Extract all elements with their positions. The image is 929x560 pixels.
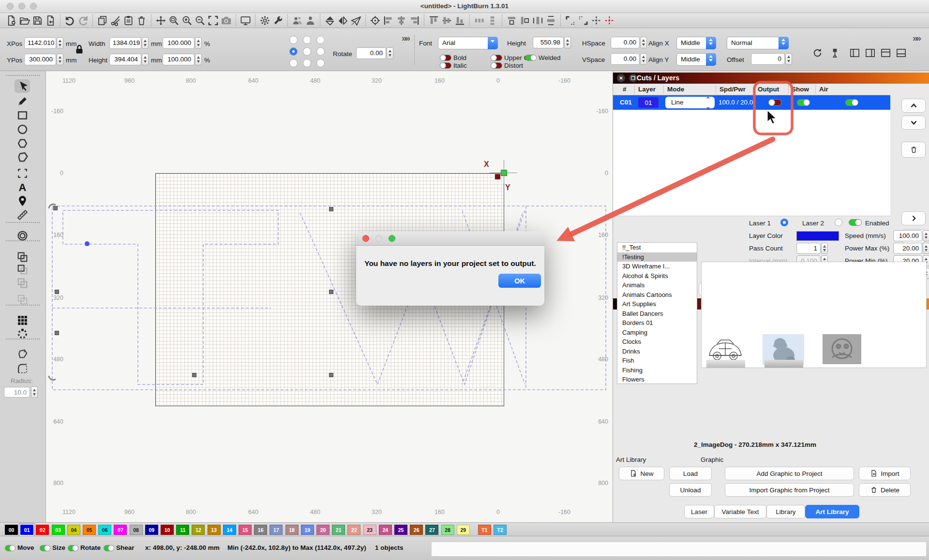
power-max-field[interactable]: 20.00 [893, 243, 922, 254]
align-center-vertical-icon[interactable] [440, 14, 453, 27]
camera-capture-icon[interactable] [220, 14, 233, 27]
column-header[interactable]: Air [819, 86, 828, 93]
layer-color-chip[interactable]: 01 [638, 97, 659, 108]
align-right-icon[interactable] [408, 14, 421, 27]
selection-handle[interactable] [192, 373, 196, 377]
move-layer-up-button[interactable] [901, 99, 926, 113]
width-percent-field[interactable]: 100.000 [163, 37, 195, 49]
column-header[interactable]: Mode [667, 86, 684, 93]
palette-color-T1[interactable]: T1 [478, 525, 491, 535]
anchor-dot-selected[interactable] [289, 47, 298, 56]
pass-count-stepper[interactable] [821, 243, 828, 254]
radius-corners-tool-icon[interactable] [15, 362, 30, 375]
file-open-icon[interactable] [18, 14, 31, 27]
boolean-subtract-tool-icon[interactable] [15, 263, 30, 276]
layer-show-toggle[interactable] [797, 99, 810, 106]
layer-color-swatch[interactable] [796, 231, 839, 241]
hspace-field[interactable]: 0.00 [611, 37, 640, 48]
layer-air-toggle[interactable] [845, 99, 858, 106]
upper-case-toggle[interactable] [491, 55, 502, 61]
category-item[interactable]: Animals Cartoons [617, 290, 697, 300]
dock-vertical-icon[interactable] [518, 14, 531, 27]
delete-layer-button[interactable] [901, 142, 926, 158]
zoom-out-icon[interactable] [194, 14, 207, 27]
category-item[interactable]: Camping [617, 328, 697, 338]
ellipse-tool-icon[interactable] [15, 122, 30, 136]
palette-color-14[interactable]: 14 [223, 525, 236, 535]
anchor-dot[interactable] [303, 47, 311, 56]
undo-icon[interactable] [63, 14, 76, 27]
palette-color-09[interactable]: 09 [145, 525, 158, 535]
dialog-zoom-icon[interactable] [389, 235, 395, 242]
palette-color-03[interactable]: 03 [52, 525, 65, 535]
offset-field[interactable]: 0 [751, 53, 785, 65]
art-library-grid[interactable]: 1_VW_Bug_Image 2_ImageDog 3D Dog bee500x… [701, 262, 927, 368]
preview-icon[interactable] [239, 14, 252, 27]
category-item[interactable]: Flowers [617, 375, 697, 384]
palette-color-04[interactable]: 04 [67, 525, 80, 535]
rotate-handle-icon[interactable] [47, 201, 58, 211]
category-item[interactable]: !Testing [617, 252, 697, 262]
shear-toggle[interactable] [104, 545, 114, 551]
material-test-icon[interactable] [828, 46, 841, 59]
palette-color-T2[interactable]: T2 [494, 525, 507, 535]
rotate-toggle[interactable] [68, 545, 78, 551]
category-item[interactable]: Alcohol & Spirits [617, 271, 697, 281]
palette-color-11[interactable]: 11 [176, 525, 189, 535]
radius-field[interactable]: 10.0 [4, 387, 30, 398]
device-settings-icon[interactable] [271, 14, 285, 27]
rotate-field[interactable]: 0.00 [356, 47, 386, 59]
xpos-field[interactable]: 1142.010 [24, 37, 56, 49]
layer-output-toggle[interactable] [768, 99, 781, 106]
palette-color-26[interactable]: 26 [410, 525, 423, 535]
font-height-stepper[interactable] [564, 37, 571, 48]
art-thumb-label[interactable]: 2_ImageDog [743, 368, 825, 368]
category-item[interactable]: !!_Test [617, 243, 697, 252]
palette-color-02[interactable]: 02 [36, 525, 49, 535]
add-graphic-button[interactable]: Add Graphic to Project [725, 467, 854, 480]
refresh-icon[interactable] [811, 46, 824, 59]
distribute-vertical-icon[interactable] [486, 14, 499, 27]
category-item[interactable]: Art Supplies [617, 299, 697, 309]
selection-handle[interactable] [55, 290, 59, 294]
column-header[interactable]: Layer [638, 86, 656, 93]
import-graphic-from-project-button[interactable]: Import Graphic from Project [725, 483, 854, 497]
art-thumb-label[interactable]: 1_VW_Bug_Image [701, 368, 767, 368]
workspace-canvas[interactable]: X Y 11209608006404803201600-160112096080… [46, 71, 613, 522]
tab-laser[interactable]: Laser [684, 505, 714, 518]
redo-icon[interactable] [76, 14, 90, 27]
cut-icon[interactable] [109, 14, 122, 27]
selection-handle[interactable] [329, 290, 333, 294]
dialog-titlebar[interactable] [356, 231, 544, 246]
user-account-icon[interactable] [304, 14, 317, 27]
selection-handle[interactable] [329, 373, 333, 377]
italic-toggle[interactable] [440, 62, 451, 69]
dialog-close-icon[interactable] [362, 235, 369, 242]
palette-color-21[interactable]: 21 [332, 525, 345, 535]
align-y-combo[interactable]: Middle [676, 53, 716, 66]
palette-color-00[interactable]: 00 [5, 525, 18, 535]
new-library-button[interactable]: New [619, 467, 664, 480]
tab-variable-text[interactable]: Variable Text [714, 505, 766, 518]
rotate-handle-icon[interactable] [47, 373, 58, 383]
palette-color-10[interactable]: 10 [161, 525, 174, 535]
align-top-icon[interactable] [427, 14, 440, 27]
anchor-dot[interactable] [316, 36, 325, 44]
align-bottom-icon[interactable] [453, 14, 466, 27]
palette-color-15[interactable]: 15 [239, 525, 252, 535]
category-item[interactable]: Drinks [617, 347, 697, 356]
power-max-stepper[interactable] [923, 243, 929, 254]
lock-aspect-icon[interactable] [74, 44, 85, 56]
palette-color-20[interactable]: 20 [316, 525, 330, 535]
support-icon[interactable] [291, 14, 304, 27]
load-library-button[interactable]: Load [669, 467, 712, 480]
category-item[interactable]: Fishing [617, 366, 697, 375]
laser1-radio[interactable] [780, 219, 788, 226]
zoom-in-icon[interactable] [180, 14, 194, 27]
width-percent-stepper[interactable] [195, 37, 202, 49]
offset-outline-tool-icon[interactable] [15, 347, 30, 361]
text-style-combo[interactable]: Normal [727, 37, 789, 49]
edit-shape-tool-icon[interactable] [15, 166, 30, 180]
rotate-stepper[interactable] [387, 47, 393, 59]
layer-mode-combo[interactable]: Line⌃⌄ [665, 97, 715, 108]
